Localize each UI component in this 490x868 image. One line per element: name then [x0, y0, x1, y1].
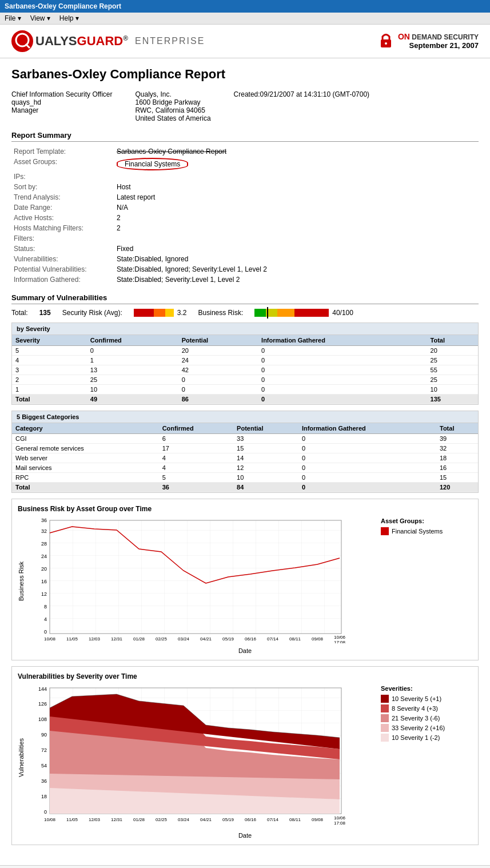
summary-value: State:Disabled, Ignored; Severity:Level …: [114, 264, 479, 274]
svg-text:09/08: 09/08: [312, 636, 324, 642]
svg-text:01/28: 01/28: [133, 636, 145, 642]
report-summary-title: Report Summary: [11, 131, 479, 142]
severity-cell: 25: [427, 375, 478, 385]
summary-label: Filters:: [11, 233, 114, 244]
business-risk-y-label: Business Risk: [18, 517, 25, 645]
summary-row: Sort by:Host: [11, 182, 479, 192]
summary-row: Status:Fixed: [11, 244, 479, 254]
summary-value: Sarbanes-Oxley Compliance Report: [114, 146, 479, 157]
summary-value: [114, 172, 479, 182]
severity-cell: 0: [178, 385, 258, 395]
svg-text:10/06: 10/06: [334, 815, 346, 821]
summary-value: Fixed: [114, 244, 479, 254]
summary-label: Information Gathered:: [11, 274, 114, 285]
category-cell: 0: [298, 483, 436, 492]
menu-help[interactable]: Help ▾: [59, 14, 79, 22]
svg-text:144: 144: [38, 686, 47, 692]
category-col-header: Total: [436, 423, 478, 434]
category-cell: 120: [436, 483, 478, 492]
categories-table-header: 5 Biggest Categories: [12, 411, 478, 423]
svg-text:4: 4: [44, 616, 47, 622]
menu-file[interactable]: File ▾: [5, 14, 21, 22]
category-row: Mail services412016: [12, 463, 478, 473]
security-risk-value: 3.2: [177, 309, 187, 317]
severity-cell: 49: [87, 395, 178, 404]
business-risk-bar: 40/100: [254, 309, 353, 317]
category-col-header: Information Gathered: [298, 423, 436, 434]
svg-text:02/25: 02/25: [156, 817, 168, 822]
svg-text:54: 54: [41, 763, 47, 769]
category-cell: RPC: [12, 473, 159, 483]
summary-value: State:Disabled; Severity:Level 1, Level …: [114, 274, 479, 285]
security-risk-label: Security Risk (Avg):: [62, 309, 122, 317]
title-bar: Sarbanes-Oxley Compliance Report: [0, 0, 490, 13]
svg-text:01/28: 01/28: [133, 817, 145, 822]
page-title: Sarbanes-Oxley Compliance Report: [11, 67, 479, 82]
svg-text:08/11: 08/11: [289, 817, 301, 822]
svg-text:0: 0: [44, 809, 47, 815]
svg-text:36: 36: [41, 517, 47, 523]
summary-row: IPs:: [11, 172, 479, 182]
svg-text:16: 16: [41, 579, 47, 584]
svg-text:32: 32: [41, 528, 47, 534]
svg-text:10/08: 10/08: [44, 817, 56, 822]
svg-text:11/05: 11/05: [66, 636, 78, 642]
severity-cell: 0: [258, 385, 427, 395]
severity-cell: 13: [87, 365, 178, 375]
vuln-summary-row: Total: 135 Security Risk (Avg): 3.2 Busi…: [11, 309, 479, 317]
severity-cell: 0: [258, 346, 427, 356]
summary-label: Sort by:: [11, 182, 114, 192]
category-cell: 0: [298, 453, 436, 463]
vuln-severity-chart-area: Vulnerabilities 0 18 36: [18, 685, 472, 830]
severity-cell: 10: [427, 385, 478, 395]
category-cell: 84: [233, 483, 298, 492]
severity-table-header: by Severity: [12, 323, 478, 335]
categories-table: CategoryConfirmedPotentialInformation Ga…: [12, 423, 478, 492]
svg-text:12/03: 12/03: [89, 636, 101, 642]
on-demand-text: ON DEMAND SECURITY: [398, 32, 479, 41]
business-risk-x-label: Date: [18, 647, 472, 654]
severity-legend-item: 8 Severity 4 (+3): [381, 704, 472, 712]
svg-text:12: 12: [41, 591, 47, 597]
severity-cell: 25: [87, 375, 178, 385]
svg-text:09/08: 09/08: [312, 817, 324, 822]
severity-row: Total49860135: [12, 395, 478, 404]
category-col-header: Potential: [233, 423, 298, 434]
category-cell: 39: [436, 434, 478, 444]
summary-row: Potential Vulnerabilities:State:Disabled…: [11, 264, 479, 274]
business-risk-label: Business Risk:: [198, 309, 244, 317]
lock-icon: [377, 30, 395, 51]
severity-cell: 42: [178, 365, 258, 375]
logo-full: UALYSGUARD® ENTERPRISE: [35, 34, 205, 49]
menu-view[interactable]: View ▾: [30, 14, 50, 22]
on-demand-section: ON DEMAND SECURITY September 21, 2007: [377, 30, 479, 51]
category-cell: 5: [159, 473, 233, 483]
svg-text:126: 126: [38, 701, 47, 707]
category-cell: Mail services: [12, 463, 159, 473]
business-risk-chart-section: Business Risk by Asset Group over Time B…: [11, 499, 479, 660]
svg-text:10/08: 10/08: [44, 636, 56, 642]
business-risk-value: 40/100: [332, 309, 353, 317]
severity-cell: 0: [258, 356, 427, 365]
summary-value: N/A: [114, 202, 479, 213]
category-cell: 15: [233, 444, 298, 453]
severity-col-header: Total: [427, 335, 478, 346]
severity-row: 2250025: [12, 375, 478, 385]
svg-point-3: [385, 42, 387, 45]
category-cell: 10: [233, 473, 298, 483]
summary-label: Vulnerabilities:: [11, 254, 114, 264]
summary-label: Asset Groups:: [11, 157, 114, 172]
summary-value: State:Disabled, Ignored: [114, 254, 479, 264]
category-row: RPC510015: [12, 473, 478, 483]
severity-cell: 55: [427, 365, 478, 375]
severity-cell: 5: [12, 346, 87, 356]
svg-text:10/06: 10/06: [334, 635, 346, 640]
svg-text:06/16: 06/16: [245, 817, 257, 822]
severity-row: 31342055: [12, 365, 478, 375]
security-risk-bar: 3.2: [134, 309, 187, 317]
category-cell: 16: [436, 463, 478, 473]
summary-row: Report Template:Sarbanes-Oxley Complianc…: [11, 146, 479, 157]
svg-text:18: 18: [41, 794, 47, 799]
logo-area: UALYSGUARD® ENTERPRISE: [11, 30, 205, 52]
severity-col-header: Potential: [178, 335, 258, 346]
